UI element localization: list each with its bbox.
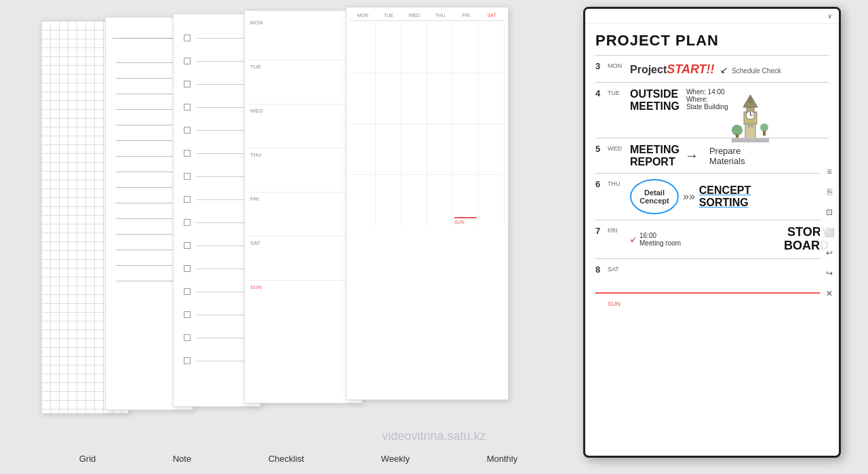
page-stack: MON TUE WED THU FRI xyxy=(0,0,868,474)
label-checklist: Checklist xyxy=(269,454,304,464)
monthly-cell xyxy=(479,22,505,73)
svg-rect-8 xyxy=(747,124,750,127)
check-item xyxy=(184,357,250,364)
day-number: 8 xyxy=(595,264,608,275)
monthly-cell xyxy=(453,73,479,123)
day-name-sat: SAT xyxy=(608,264,627,273)
day-events-5: MEETINGREPORT → PrepareMaterials xyxy=(627,144,829,167)
start-highlight: START!! xyxy=(667,62,714,77)
svg-rect-4 xyxy=(748,98,753,103)
check-item xyxy=(184,242,250,249)
weekly-row-fri: FRI xyxy=(248,193,359,237)
monthly-cell xyxy=(427,124,453,174)
label-weekly: Weekly xyxy=(381,454,410,464)
monthly-header: MON TUE WED THU FRI SAT xyxy=(350,13,505,21)
monthly-content: MON TUE WED THU FRI SAT xyxy=(347,7,508,231)
day-events-6: DetailCencept »» CENCEPTSORTING xyxy=(627,179,829,214)
outside-meeting-title: OUTSIDEMEETING xyxy=(630,88,679,112)
weekly-row-mon: MON xyxy=(248,16,359,60)
svg-rect-9 xyxy=(751,124,753,127)
image-icon[interactable]: ⊡ xyxy=(823,206,835,218)
chevron-down-icon: ∨ xyxy=(827,12,832,20)
arrow-curve-icon: ↙ xyxy=(630,235,637,244)
day-name-wed: WED xyxy=(608,144,627,152)
day-section-4: 4 TUE OUTSIDEMEETING When: 14:00 Where: … xyxy=(595,82,829,138)
concept-sorting-text: CENCEPTSORTING xyxy=(699,184,751,209)
weekly-day-label: FRI xyxy=(248,193,267,202)
fri-time-text: 16:00Meeting room xyxy=(639,232,681,247)
day-section-8: 8 SAT xyxy=(595,258,829,292)
menu-icon[interactable]: ≡ xyxy=(823,165,835,178)
day-name-sun: SUN xyxy=(608,299,627,307)
col-mon: MON xyxy=(350,13,376,18)
main-container: MON TUE WED THU FRI xyxy=(0,0,868,474)
check-item xyxy=(184,150,250,157)
check-item xyxy=(184,265,250,272)
monthly-cell xyxy=(453,22,479,73)
day-section-5: 5 WED MEETINGREPORT → PrepareMaterials xyxy=(595,138,829,173)
monthly-cell xyxy=(401,73,427,123)
monthly-cell xyxy=(350,73,376,123)
monthly-cell xyxy=(376,73,401,123)
project-text: Project xyxy=(630,64,667,76)
monthly-week-2 xyxy=(350,73,505,124)
day-section-6: 6 THU DetailCencept »» CENCEPTSORTING xyxy=(595,173,829,220)
plan-title: PROJECT PLAN xyxy=(595,32,829,50)
check-item xyxy=(184,104,250,111)
project-start-row: Project START!! ↙ Schedule Check xyxy=(630,61,781,77)
svg-point-12 xyxy=(760,123,768,132)
day-name-mon: MON xyxy=(608,61,627,69)
weekly-row-sun: SUN xyxy=(248,281,359,325)
day5-row: MEETINGREPORT → PrepareMaterials xyxy=(630,144,829,167)
copy-icon[interactable]: ⎘ xyxy=(823,186,835,198)
day7-storyboard: STORYBOARD xyxy=(730,226,829,253)
day-events-4: OUTSIDEMEETING When: 14:00 Where: State … xyxy=(627,88,829,132)
day-events-3: Project START!! ↙ Schedule Check xyxy=(627,61,829,77)
weekly-day-label: THU xyxy=(248,149,267,158)
monthly-cell xyxy=(479,175,505,226)
concept-sorting-container: CENCEPTSORTING xyxy=(699,184,751,209)
check-item xyxy=(184,311,250,318)
col-sat: SAT xyxy=(479,13,505,18)
weekly-content: MON TUE WED THU FRI xyxy=(245,11,362,330)
weekly-row-sat: SAT xyxy=(248,237,359,281)
schedule-check: ↙ Schedule Check xyxy=(720,64,781,75)
prepare-materials-text: PrepareMaterials xyxy=(709,146,745,166)
close-icon[interactable]: ✕ xyxy=(823,288,835,300)
arrow-icon: → xyxy=(685,148,698,163)
day-number: 5 xyxy=(595,144,608,154)
check-item xyxy=(184,219,250,226)
col-wed: WED xyxy=(401,13,427,18)
weekly-row-thu: THU xyxy=(248,149,359,193)
col-fri: FRI xyxy=(453,13,479,18)
day6-row: DetailCencept »» CENCEPTSORTING xyxy=(630,179,829,214)
weekly-day-label-sun: SUN xyxy=(248,281,267,290)
day-number: 3 xyxy=(595,61,608,71)
monthly-cell xyxy=(453,124,479,174)
watermark: videovitrina.satu.kz xyxy=(382,429,486,443)
meeting-when: When: 14:00 xyxy=(686,88,728,96)
day-name-fri: FRI xyxy=(608,226,627,234)
weekly-day-label: TUE xyxy=(248,60,267,70)
big-ben-illustration xyxy=(732,88,769,132)
col-thu: THU xyxy=(427,13,453,18)
redo-icon[interactable]: ↪ xyxy=(823,267,835,279)
meeting-detail: When: 14:00 Where: State Building xyxy=(686,88,728,111)
monthly-cell xyxy=(376,22,401,73)
frame-icon[interactable]: ⬜ xyxy=(823,226,835,239)
monthly-cell xyxy=(376,124,401,174)
check-item xyxy=(184,196,250,203)
monthly-cell xyxy=(350,22,376,73)
check-item xyxy=(184,58,250,64)
day-number: 6 xyxy=(595,179,608,189)
fri-time-row: ↙ 16:00Meeting room xyxy=(630,232,730,247)
weekly-layer: MON TUE WED THU FRI xyxy=(244,10,363,403)
weekly-row-wed: WED xyxy=(248,104,359,149)
monthly-cell xyxy=(376,175,401,226)
check-item xyxy=(184,81,250,87)
monthly-cell xyxy=(479,73,505,123)
monthly-cell xyxy=(479,124,505,174)
day-number: 7 xyxy=(595,226,608,236)
undo-icon[interactable]: ↩ xyxy=(823,247,835,259)
monthly-week-3 xyxy=(350,124,505,175)
